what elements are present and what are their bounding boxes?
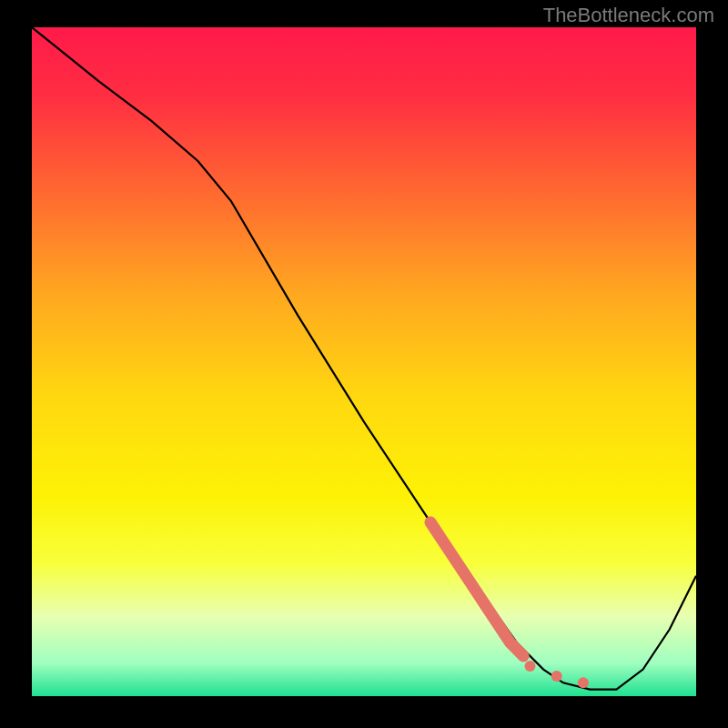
highlight-dot — [525, 661, 536, 672]
watermark-text: TheBottleneck.com — [543, 4, 714, 27]
chart-container — [32, 27, 696, 696]
highlight-dot — [578, 677, 589, 688]
highlight-dot — [551, 671, 562, 682]
chart-svg — [32, 27, 696, 696]
chart-background — [32, 27, 696, 696]
